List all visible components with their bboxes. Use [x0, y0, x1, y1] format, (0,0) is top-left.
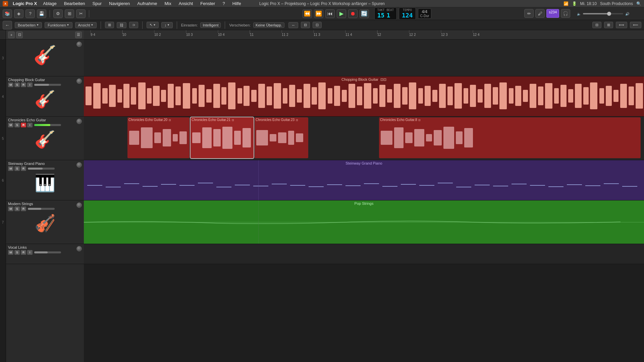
- play-btn[interactable]: ▶: [337, 9, 346, 18]
- ruler-mark-123: 12 3: [441, 33, 447, 37]
- scissors-btn[interactable]: ✂: [76, 9, 86, 18]
- funktionen-menu[interactable]: Funktionen ▼: [45, 22, 72, 28]
- zoom-in-btn[interactable]: ⊞: [604, 22, 613, 28]
- svg-rect-34: [237, 88, 242, 104]
- pan-knob-3[interactable]: [76, 42, 82, 47]
- svg-rect-72: [523, 90, 528, 102]
- content-track-vocal[interactable]: [84, 244, 644, 264]
- input-btn-vocal[interactable]: I: [27, 250, 33, 255]
- menu-spur[interactable]: Spur: [91, 0, 103, 7]
- ansicht-menu[interactable]: Ansicht ▼: [75, 22, 97, 28]
- eq-btn[interactable]: ⊟: [301, 22, 310, 28]
- fast-forward-btn[interactable]: ⏩: [314, 9, 323, 18]
- svg-rect-113: [464, 128, 473, 147]
- input-btn-chop[interactable]: I: [27, 82, 33, 87]
- track-view-btn[interactable]: ⊡: [16, 32, 23, 38]
- menu-hilfe[interactable]: Hilfe: [231, 0, 243, 7]
- grid-btn[interactable]: ⊞: [105, 22, 114, 28]
- region-echo-21[interactable]: Chronicles Echo Guitar.21 ⊡: [191, 117, 254, 158]
- search-icon[interactable]: 🔍: [636, 1, 641, 6]
- mute-btn-strings[interactable]: M: [8, 206, 13, 211]
- back-btn[interactable]: ←: [3, 21, 12, 29]
- record-btn-vocal[interactable]: R: [21, 250, 26, 255]
- mute-btn-vocal[interactable]: M: [8, 250, 13, 255]
- record-btn-chop[interactable]: R: [21, 82, 26, 87]
- settings-btn[interactable]: ⚙: [53, 9, 63, 18]
- solo-btn-piano[interactable]: S: [14, 166, 20, 171]
- pencil-btn[interactable]: 🖊: [535, 9, 545, 18]
- svg-rect-67: [484, 84, 491, 108]
- mute-btn-echo[interactable]: M: [8, 123, 13, 127]
- input-btn-echo[interactable]: I: [27, 123, 33, 127]
- pan-knob-piano[interactable]: [76, 162, 82, 168]
- svg-rect-107: [405, 132, 413, 143]
- volume-vocal[interactable]: [34, 251, 61, 253]
- volume-echo[interactable]: [34, 124, 61, 126]
- info-btn[interactable]: ?: [25, 9, 35, 18]
- align-btn[interactable]: ⊡: [313, 22, 322, 28]
- tool2-btn[interactable]: ↕▼: [161, 22, 172, 28]
- pan-knob-echo[interactable]: [76, 119, 82, 124]
- solo-btn-vocal[interactable]: S: [14, 250, 20, 255]
- volume-piano[interactable]: [28, 168, 55, 170]
- pan-knob-vocal[interactable]: [76, 246, 82, 251]
- to-start-btn[interactable]: ⏮: [325, 9, 335, 18]
- app-name: Logic Pro X: [13, 1, 37, 6]
- library-btn[interactable]: 📚: [3, 9, 12, 18]
- master-vol-slider[interactable]: [583, 13, 623, 14]
- menu-fenster[interactable]: Fenster: [199, 0, 216, 7]
- volume-strings[interactable]: [28, 208, 55, 210]
- solo-btn-chop[interactable]: S: [14, 82, 20, 87]
- save-btn[interactable]: 💾: [37, 9, 46, 18]
- region-echo-23[interactable]: Chronicles Echo Guitar.23 ⊡: [255, 117, 308, 158]
- region-label-echo-20: Chronicles Echo Guitar.20 ⊡: [128, 118, 171, 122]
- menu-help-icon[interactable]: ?: [221, 0, 226, 7]
- region-echo-8[interactable]: Chronicles Echo Guitar.8 ⊡: [379, 117, 641, 158]
- content-track-chop[interactable]: Chopping Block Guitar ⊡⊡: [84, 76, 644, 117]
- add-track-btn[interactable]: +: [8, 32, 15, 38]
- zoom-out-btn[interactable]: ⊟: [592, 22, 601, 28]
- menu-ablage[interactable]: Ablage: [42, 0, 58, 7]
- menu-navigieren[interactable]: Navigieren: [108, 0, 131, 7]
- smart-controls-btn[interactable]: ◈: [14, 9, 23, 18]
- region-echo-20[interactable]: Chronicles Echo Guitar.20 ⊡: [127, 117, 190, 158]
- svg-rect-16: [102, 88, 108, 104]
- record-btn[interactable]: ⏺: [348, 9, 358, 18]
- link-btn[interactable]: ⛓: [117, 22, 126, 28]
- svg-rect-58: [418, 88, 423, 104]
- menu-bearbeiten[interactable]: Bearbeiten: [63, 0, 87, 7]
- headphone-btn[interactable]: 🎧: [561, 9, 570, 18]
- content-track-echo[interactable]: Chronicles Echo Guitar.20 ⊡: [84, 117, 644, 160]
- catch-btn[interactable]: ⊃: [129, 22, 138, 28]
- pan-knob-strings[interactable]: [76, 202, 82, 208]
- menu-ansicht[interactable]: Ansicht: [177, 0, 195, 7]
- solo-btn-strings[interactable]: S: [14, 206, 20, 211]
- mixer-btn[interactable]: ⊞: [65, 9, 74, 18]
- snap-opts-btn[interactable]: ↔: [288, 22, 298, 28]
- purple-mode-btn[interactable]: s234: [546, 9, 559, 18]
- solo-btn-echo[interactable]: S: [14, 123, 20, 127]
- volume-chop[interactable]: [34, 84, 61, 86]
- instrument-strings: 🎻: [8, 214, 82, 233]
- content-track-piano[interactable]: Steinway Grand Piano: [84, 160, 644, 200]
- mute-btn-chop[interactable]: M: [8, 82, 13, 87]
- menu-aufnahme[interactable]: Aufnahme: [136, 0, 158, 7]
- pointer-btn[interactable]: ↖▼: [147, 22, 159, 28]
- edit-btn[interactable]: ✏: [524, 9, 534, 18]
- track-header-3: 🎸: [6, 40, 84, 76]
- content-track-strings[interactable]: Pop Strings: [84, 200, 644, 244]
- cycle-btn[interactable]: 🔄: [360, 9, 369, 18]
- tempo-display[interactable]: TEMPO 124: [399, 7, 416, 20]
- pan-knob-chop[interactable]: [76, 78, 82, 84]
- record-btn-echo[interactable]: R: [21, 123, 26, 127]
- list-btn[interactable]: ☰: [75, 32, 82, 38]
- time-signature[interactable]: 4/4 C-Dur: [418, 8, 432, 19]
- zoom-v-btn[interactable]: ⟸: [630, 22, 641, 28]
- menu-mix[interactable]: Mix: [163, 0, 173, 7]
- mute-btn-piano[interactable]: M: [8, 166, 13, 171]
- record-btn-piano[interactable]: R: [21, 166, 26, 171]
- record-btn-strings[interactable]: R: [21, 206, 26, 211]
- zoom-h-btn[interactable]: ⟺: [616, 22, 627, 28]
- bearbeiten-menu[interactable]: Bearbeiten ▼: [15, 22, 42, 28]
- rewind-btn[interactable]: ⏪: [303, 9, 312, 18]
